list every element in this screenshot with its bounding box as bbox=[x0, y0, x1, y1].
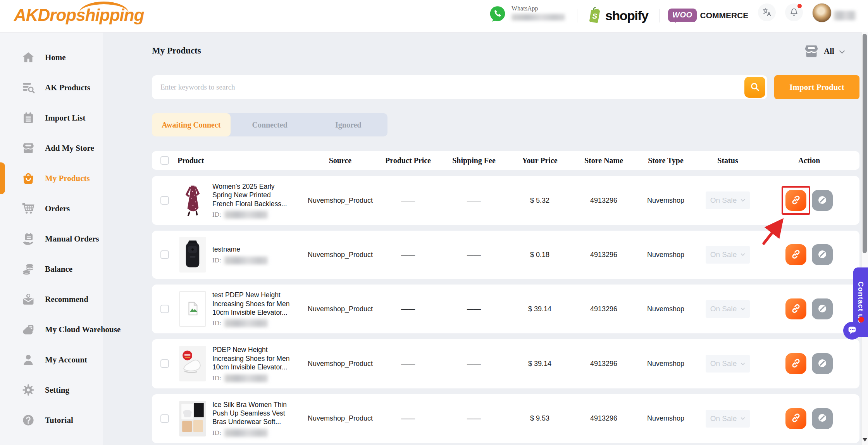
your-price-value: $ 39.14 bbox=[507, 305, 573, 313]
whatsapp-contact[interactable]: WhatsApp bbox=[488, 5, 565, 24]
shopify-wordmark: shopify bbox=[605, 8, 648, 23]
sidebar-item-orders[interactable]: Orders bbox=[0, 193, 103, 224]
connect-link-button[interactable] bbox=[785, 190, 806, 211]
ban-icon bbox=[816, 248, 828, 261]
sidebar-item-recommend[interactable]: Recommend bbox=[0, 284, 103, 314]
header-checkbox-cell bbox=[152, 156, 177, 165]
translate-button[interactable] bbox=[758, 3, 776, 21]
row-checkbox[interactable] bbox=[160, 359, 169, 368]
tab-connected[interactable]: Connected bbox=[231, 113, 309, 136]
connect-link-button[interactable] bbox=[785, 408, 806, 429]
notifications-button[interactable] bbox=[785, 3, 803, 21]
ignore-button[interactable] bbox=[812, 190, 833, 211]
sidebar-item-label: My Cloud Warehouse bbox=[45, 325, 121, 335]
tab-label: Ignored bbox=[335, 121, 361, 129]
sidebar-item-label: My Products bbox=[45, 174, 90, 183]
cloud-warehouse-icon bbox=[22, 323, 35, 336]
product-title[interactable]: testname bbox=[212, 245, 290, 254]
link-icon bbox=[790, 357, 802, 370]
top-header: AKDropshipping WhatsApp S shopify WOO CO… bbox=[0, 0, 868, 33]
status-value: On Sale bbox=[710, 196, 737, 205]
tab-ignored[interactable]: Ignored bbox=[309, 113, 388, 136]
select-all-checkbox[interactable] bbox=[160, 156, 169, 165]
app: AKDropshipping WhatsApp S shopify WOO CO… bbox=[0, 0, 868, 445]
whatsapp-icon bbox=[488, 5, 507, 24]
shopping-bag-icon bbox=[22, 172, 35, 185]
your-price-value: $ 9.53 bbox=[507, 414, 573, 423]
product-title[interactable]: PDEP New Height Increasing Shoes for Men… bbox=[212, 345, 290, 371]
row-checkbox[interactable] bbox=[160, 414, 169, 423]
source-value: Nuvemshop_Product bbox=[305, 251, 375, 259]
row-checkbox[interactable] bbox=[160, 196, 169, 205]
contact-chat-button[interactable] bbox=[843, 322, 861, 340]
logo[interactable]: AKDropshipping bbox=[14, 5, 144, 25]
product-image-backpack[interactable] bbox=[179, 237, 206, 273]
import-product-button[interactable]: Import Product bbox=[774, 75, 859, 99]
scrollbar-down-arrow[interactable] bbox=[863, 438, 867, 444]
ignore-button[interactable] bbox=[812, 408, 833, 429]
product-image-floral-dress[interactable] bbox=[179, 183, 206, 218]
product-id-redacted bbox=[224, 374, 268, 382]
status-select[interactable]: On Sale bbox=[706, 410, 750, 428]
store-filter-dropdown[interactable]: All bbox=[804, 43, 845, 59]
active-indicator bbox=[0, 162, 5, 194]
product-image-white-sneaker[interactable] bbox=[179, 346, 206, 381]
row-checkbox[interactable] bbox=[160, 305, 169, 313]
search-button[interactable] bbox=[744, 77, 765, 98]
column-header-store-name: Store Name bbox=[573, 156, 635, 165]
connect-link-button[interactable] bbox=[785, 244, 806, 265]
sidebar-item-my-products[interactable]: My Products bbox=[0, 163, 103, 193]
search-icon bbox=[750, 82, 760, 93]
product-title[interactable]: Ice Silk Bra Women Thin Push Up Seamless… bbox=[212, 400, 290, 426]
column-header-your-price: Your Price bbox=[507, 156, 573, 165]
sidebar-item-tutorial[interactable]: Tutorial bbox=[0, 405, 103, 435]
status-select[interactable]: On Sale bbox=[706, 246, 750, 264]
scrollbar-thumb[interactable] bbox=[863, 34, 867, 253]
product-title[interactable]: test PDEP New Height Increasing Shoes fo… bbox=[212, 291, 290, 317]
vertical-scrollbar[interactable] bbox=[861, 32, 868, 445]
shipping-fee-value: —— bbox=[441, 197, 507, 205]
search-input[interactable] bbox=[152, 75, 767, 99]
shopify-logo[interactable]: S shopify bbox=[587, 7, 648, 24]
ignore-button[interactable] bbox=[812, 353, 833, 374]
sidebar-item-balance[interactable]: Balance bbox=[0, 254, 103, 284]
status-select[interactable]: On Sale bbox=[706, 355, 750, 373]
sidebar-item-manual-orders[interactable]: Manual Orders bbox=[0, 224, 103, 254]
sidebar-item-add-my-store[interactable]: Add My Store bbox=[0, 133, 103, 163]
home-icon bbox=[22, 51, 35, 64]
status-select[interactable]: On Sale bbox=[706, 191, 750, 209]
product-title[interactable]: Women's 2025 Early Spring New Printed Fr… bbox=[212, 182, 290, 208]
sidebar-item-home[interactable]: Home bbox=[0, 42, 103, 72]
product-price-value: —— bbox=[375, 414, 441, 423]
woocommerce-logo[interactable]: WOO COMMERCE bbox=[668, 9, 748, 22]
status-value: On Sale bbox=[710, 305, 737, 313]
cart-icon bbox=[22, 202, 35, 215]
tab-label: Awaiting Connect bbox=[162, 121, 220, 129]
chevron-down-icon bbox=[741, 199, 745, 202]
ignore-button[interactable] bbox=[812, 244, 833, 265]
sidebar-item-my-account[interactable]: My Account bbox=[0, 345, 103, 375]
table-row: Women's 2025 Early Spring New Printed Fr… bbox=[152, 176, 859, 225]
store-type-value: Nuvemshop bbox=[635, 360, 697, 368]
connect-link-button[interactable] bbox=[785, 353, 806, 374]
search-bar bbox=[152, 75, 767, 99]
sidebar-item-my-cloud-warehouse[interactable]: My Cloud Warehouse bbox=[0, 314, 103, 345]
status-select[interactable]: On Sale bbox=[706, 300, 750, 318]
svg-text:S: S bbox=[592, 12, 598, 20]
products-search-icon bbox=[22, 81, 35, 94]
status-value: On Sale bbox=[710, 359, 737, 368]
your-price-value: $ 5.32 bbox=[507, 197, 573, 205]
row-checkbox[interactable] bbox=[160, 250, 169, 259]
ban-icon bbox=[816, 357, 828, 370]
ignore-button[interactable] bbox=[812, 298, 833, 319]
connect-link-button[interactable] bbox=[785, 298, 806, 319]
sidebar-item-import-list[interactable]: Import List bbox=[0, 103, 103, 133]
store-name-value: 4913296 bbox=[573, 414, 635, 423]
tabs: Awaiting ConnectConnectedIgnored bbox=[152, 113, 388, 136]
sidebar-item-ak-products[interactable]: AK Products bbox=[0, 72, 103, 103]
product-image-ice-silk-bra[interactable] bbox=[179, 401, 206, 436]
sidebar-item-setting[interactable]: Setting bbox=[0, 375, 103, 405]
user-avatar[interactable] bbox=[812, 3, 832, 22]
tab-awaiting-connect[interactable]: Awaiting Connect bbox=[152, 113, 231, 136]
product-image-broken-image[interactable] bbox=[179, 291, 206, 327]
